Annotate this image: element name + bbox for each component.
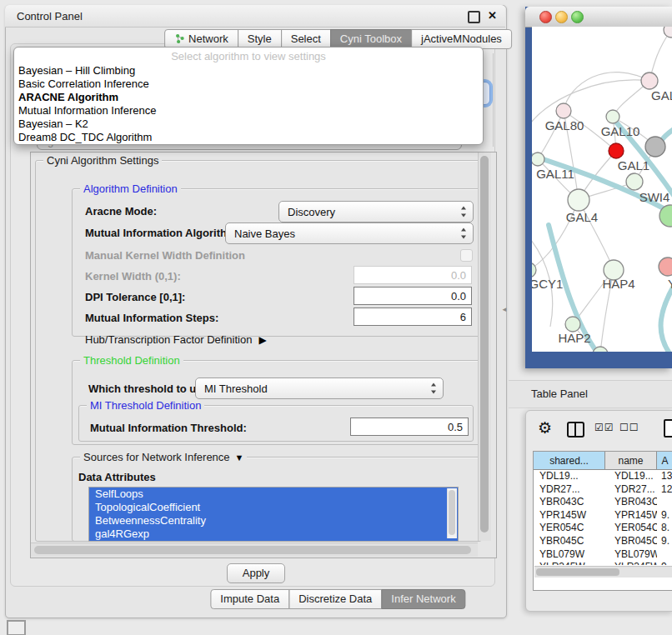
tab-jactivemnodules-label: jActiveMNodules: [421, 32, 502, 45]
float-window-icon[interactable]: [468, 11, 480, 23]
table-row[interactable]: YBR043C YBR043C: [534, 496, 672, 509]
node-label-gcy1: GCY1: [532, 277, 567, 291]
stepper-arrows-icon: [461, 228, 467, 239]
cell: YBR045C: [534, 535, 605, 548]
table-horizontal-scrollbar[interactable]: [534, 566, 672, 578]
table-row[interactable]: YBL079W YBL079W: [534, 548, 672, 562]
stepper-arrows-icon: [461, 207, 467, 218]
cell: YBL079W: [605, 548, 657, 562]
node-label-hap2: HAP2: [554, 331, 595, 345]
gear-icon[interactable]: ⚙: [538, 420, 552, 436]
cell: 13: [657, 470, 672, 483]
splitter-arrow-icon[interactable]: ◄: [501, 306, 508, 313]
list-item-gal4rgexp[interactable]: gal4RGexp: [89, 528, 458, 541]
settings-horizontal-scrollbar[interactable]: [31, 542, 478, 557]
tab-style-label: Style: [248, 32, 272, 45]
node-hap2[interactable]: [565, 317, 580, 332]
node-gal80[interactable]: [556, 103, 571, 118]
cell: YER054C: [605, 522, 657, 535]
node-label-hap4: HAP4: [597, 277, 640, 291]
dock-panel-icon[interactable]: [7, 620, 26, 635]
table-row[interactable]: YLR345W YLR345W 9.: [534, 561, 672, 565]
table-row[interactable]: YBR045C YBR045C 9.: [534, 535, 672, 548]
cyni-bottom-tabs: Impute Data Discretize Data Infer Networ…: [211, 589, 465, 609]
table-panel-bar: Table Panel: [509, 380, 672, 408]
node-gcy1[interactable]: [532, 262, 536, 278]
tab-infer-network[interactable]: Infer Network: [381, 589, 465, 609]
zoom-traffic-light-icon[interactable]: [571, 11, 584, 23]
dropdown-item-mutual-information[interactable]: Mutual Information Inference: [14, 104, 483, 118]
list-item-topologicalcoefficient[interactable]: TopologicalCoefficient: [89, 501, 458, 514]
unchecked-checkboxes-icon[interactable]: ☐☐: [619, 422, 639, 433]
mi-steps-field[interactable]: 6: [354, 308, 472, 326]
cell: 9.: [657, 509, 672, 522]
table-row[interactable]: YDR27... YDR27... 12: [534, 483, 672, 497]
node-gal10[interactable]: [606, 110, 619, 123]
node-label-gal11: GAL11: [534, 167, 577, 181]
column-header-cut[interactable]: A: [657, 452, 672, 470]
manual-kernel-width-checkbox: [460, 249, 473, 262]
cell: YBR043C: [605, 496, 657, 509]
settings-vertical-scrollbar[interactable]: [478, 152, 491, 541]
which-threshold-combobox[interactable]: MI Threshold: [195, 378, 444, 399]
column-header-shared-name[interactable]: shared...: [534, 452, 605, 470]
cell: YPR145W: [534, 509, 605, 522]
node-label-gal: GAL: [645, 88, 672, 102]
dropdown-item-basic-correlation[interactable]: Basic Correlation Inference: [14, 78, 483, 91]
sources-title: Sources for Network Inference: [83, 451, 230, 463]
node-top-cut[interactable]: [664, 27, 672, 38]
column-header-name[interactable]: name: [605, 452, 657, 470]
node-label-gal1: GAL1: [615, 158, 652, 172]
aracne-mode-combobox[interactable]: Discovery: [278, 201, 474, 222]
vertical-scrollbar-thumb[interactable]: [480, 156, 489, 532]
dropdown-item-bayesian-k2[interactable]: Bayesian – K2: [14, 118, 483, 131]
columns-icon[interactable]: [567, 422, 584, 438]
tab-impute-data[interactable]: Impute Data: [210, 589, 289, 609]
dropdown-item-aracne[interactable]: ARACNE Algorithm: [14, 91, 483, 104]
table-body: YDL19... YDL19... 13 YDR27... YDR27... 1…: [534, 470, 672, 565]
list-item-selfloops[interactable]: SelfLoops: [89, 488, 458, 501]
node-salmon[interactable]: [659, 258, 672, 276]
document-icon[interactable]: [664, 419, 672, 438]
mi-algorithm-type-combobox[interactable]: Naive Bayes: [225, 222, 474, 244]
dpi-tolerance-field[interactable]: 0.0: [354, 287, 472, 305]
horizontal-scrollbar-thumb[interactable]: [34, 546, 471, 554]
sources-title-row[interactable]: Sources for Network Inference▼: [80, 451, 247, 464]
node-gal4[interactable]: [568, 189, 589, 211]
dropdown-item-bayesian-hill-climbing[interactable]: Bayesian – Hill Climbing: [14, 64, 483, 78]
node-gray[interactable]: [645, 137, 665, 157]
stepper-arrows-icon: [431, 383, 437, 394]
close-icon[interactable]: ✕: [488, 9, 497, 22]
tab-cyni-toolbox-label: Cyni Toolbox: [340, 32, 402, 45]
close-traffic-light-icon[interactable]: [539, 11, 552, 23]
table-row[interactable]: YDL19... YDL19... 13: [534, 470, 672, 483]
mi-threshold-definition-title: MI Threshold Definition: [87, 399, 204, 412]
attributes-list-scrollbar[interactable]: [447, 488, 457, 538]
network-window-titlebar[interactable]: [525, 7, 672, 28]
apply-button[interactable]: Apply: [227, 563, 285, 583]
table-row[interactable]: YER054C YER054C 8.: [534, 522, 672, 535]
attributes-scrollbar-thumb[interactable]: [449, 490, 455, 535]
hub-definition-expander[interactable]: Hub/Transcription Factor Definition▶: [85, 333, 267, 346]
desktop: Control Panel ✕ Network Style Select Cyn…: [0, 0, 672, 635]
node-gal-top[interactable]: [641, 72, 658, 89]
node-gal1[interactable]: [626, 173, 643, 190]
cell: YDR27...: [605, 483, 657, 497]
tab-select-label: Select: [291, 32, 321, 45]
cell: YBR045C: [605, 535, 657, 548]
checked-checkboxes-icon[interactable]: ☑☑: [594, 422, 614, 433]
mi-threshold-field[interactable]: 0.5: [350, 418, 469, 436]
list-item-betweennesscentrality[interactable]: BetweennessCentrality: [89, 514, 458, 528]
cell: YDL19...: [605, 470, 657, 483]
node-red[interactable]: [609, 143, 624, 158]
node-gal11[interactable]: [532, 152, 544, 166]
network-canvas[interactable]: GAL GAL80 GAL10 GAL1 GAL11 SWI4 GAL4 GCY…: [532, 27, 672, 352]
table-scrollbar-thumb[interactable]: [536, 568, 619, 576]
dropdown-item-dream8[interactable]: Dream8 DC_TDC Algorithm: [14, 131, 483, 144]
tab-discretize-data[interactable]: Discretize Data: [288, 589, 382, 609]
cell: YBR043C: [534, 496, 605, 509]
chevron-down-icon: ▼: [235, 452, 244, 464]
table-row[interactable]: YPR145W YPR145W 9.: [534, 509, 672, 522]
control-panel-title: Control Panel: [17, 10, 83, 22]
minimize-traffic-light-icon[interactable]: [555, 11, 568, 23]
